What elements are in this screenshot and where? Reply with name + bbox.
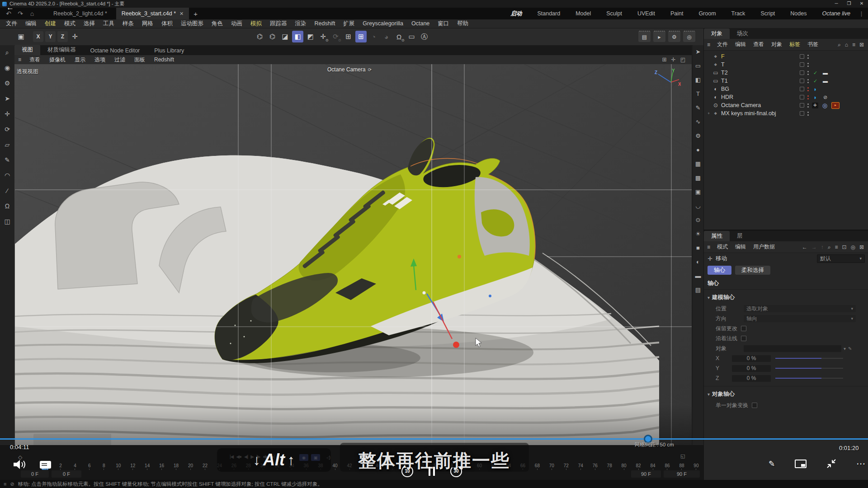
cursor-icon[interactable]: ➤	[693, 47, 703, 56]
more-icon[interactable]: ⋯	[856, 458, 865, 469]
snap-icon[interactable]: ⊞	[355, 31, 367, 42]
text-icon[interactable]: T	[693, 89, 703, 98]
scale-tool-icon[interactable]: ▱	[2, 140, 12, 149]
save-icon[interactable]: ▣	[15, 31, 27, 42]
end-frame-field-2[interactable]: 90 F	[664, 470, 700, 478]
comp-tag-icon[interactable]: ◗	[812, 86, 819, 93]
timeline-expand-icon[interactable]: ◱	[680, 453, 685, 459]
chevron-down-icon[interactable]: ▾	[844, 346, 846, 351]
visibility-dots[interactable]	[807, 71, 809, 72]
object-row[interactable]: +⌖MX keys mini-final.obj	[704, 109, 868, 117]
target-tag-icon[interactable]: ◎	[821, 102, 828, 109]
sky-icon[interactable]: ◐	[693, 258, 703, 266]
workplane-icon[interactable]: ⊞	[343, 31, 354, 42]
axis-lock-button[interactable]: Y	[45, 31, 56, 42]
cloth-icon[interactable]: ▦	[693, 160, 703, 168]
visibility-dots[interactable]	[807, 87, 809, 89]
texture-mode-icon[interactable]: ◩	[305, 31, 316, 42]
object-row[interactable]: ◐BG◗	[704, 85, 868, 93]
attribute-manager-tab[interactable]: 层	[730, 231, 750, 241]
gear-icon[interactable]: ⚙	[693, 131, 703, 140]
object-manager-tab[interactable]: 对象	[704, 28, 730, 39]
picker-icon[interactable]: ✎	[848, 346, 852, 351]
percent-slider[interactable]	[775, 378, 843, 379]
speaker-icon[interactable]	[13, 459, 26, 470]
object-row[interactable]: ⌖T	[704, 61, 868, 69]
check-tag-icon[interactable]: ✓	[812, 78, 819, 84]
layout-menu-item[interactable]: Sculpt	[606, 10, 622, 17]
object-row[interactable]: ▭T2✓▬	[704, 69, 868, 77]
magnet-icon[interactable]: Ω ⚙	[393, 31, 405, 42]
single-transform-checkbox[interactable]	[752, 403, 757, 408]
viewport-menu-item[interactable]: 显示	[70, 55, 90, 64]
sphere-icon[interactable]: ●	[693, 145, 703, 154]
light-icon[interactable]: ☀	[693, 230, 703, 238]
add-tab-button[interactable]: +	[189, 10, 202, 18]
filter-icon[interactable]: ≡	[835, 244, 838, 250]
visibility-dots[interactable]	[807, 55, 809, 56]
pen-icon[interactable]: ✎	[693, 103, 703, 112]
start-frame-field-2[interactable]: 0 F	[52, 470, 81, 478]
layout-menu-item[interactable]: UVEdit	[637, 10, 655, 17]
video-progress-bar[interactable]	[0, 438, 868, 440]
menu-item[interactable]: 选择	[80, 19, 99, 28]
lock-icon[interactable]: ⊡	[842, 244, 846, 250]
viewport-axis-icon[interactable]: ✛	[671, 56, 676, 63]
render-settings-icon[interactable]: ◪	[279, 31, 291, 42]
workplane-box-icon[interactable]: ▭	[406, 31, 417, 42]
viewport-menu-item[interactable]: 面板	[130, 55, 150, 64]
render-play-film-icon[interactable]: ▸	[653, 31, 665, 42]
menu-item[interactable]: 样条	[118, 19, 138, 28]
activecam-tag-icon[interactable]: ▸	[831, 102, 840, 109]
magnet-tool-icon[interactable]: Ω	[2, 202, 12, 211]
menu-item[interactable]: 角色	[208, 19, 227, 28]
interactive-render-icon[interactable]: ◎	[683, 31, 695, 42]
check-tag-icon[interactable]: ✓	[812, 70, 819, 76]
percent-slider[interactable]	[775, 358, 843, 359]
layout-menu-item[interactable]: 启动	[510, 10, 522, 18]
keep-changes-checkbox[interactable]	[741, 326, 746, 331]
burger-icon[interactable]: ≡	[14, 56, 25, 63]
home-icon[interactable]: ⌂	[26, 10, 38, 17]
subtitle-toggle-icon[interactable]	[40, 461, 51, 469]
object-manager-menu-item[interactable]: 对象	[768, 41, 786, 48]
deformer-icon[interactable]: ◡	[693, 202, 703, 210]
menu-item[interactable]: 网格	[138, 19, 157, 28]
dock-tab[interactable]: Plus Library	[147, 46, 191, 55]
viewport-menu-item[interactable]: 摄像机	[45, 55, 70, 64]
redo-icon[interactable]: ↷	[14, 10, 26, 17]
layout-menu-item[interactable]: Model	[576, 10, 591, 17]
model-mode-icon[interactable]: ◧	[292, 31, 303, 42]
floor-icon[interactable]: ▬	[693, 272, 703, 280]
pause-button[interactable]	[429, 467, 435, 476]
menu-item[interactable]: Greyscalegorilla	[359, 19, 407, 28]
percent-input[interactable]: 0 %	[732, 365, 771, 372]
attribute-menu-item[interactable]: 用户数据	[750, 243, 778, 251]
menu-item[interactable]: 帮助	[453, 19, 472, 28]
layout-menu-item[interactable]: Script	[760, 10, 775, 17]
move-tool-icon[interactable]: ✛	[2, 109, 12, 118]
object-manager-menu-item[interactable]: 文件	[713, 41, 731, 48]
home-icon[interactable]: ⌂	[845, 42, 848, 48]
object-manager-tab[interactable]: 场次	[730, 28, 755, 39]
quantize-icon[interactable]: ◔	[368, 31, 379, 42]
burger-icon[interactable]: ≡	[704, 244, 713, 250]
shrink-icon[interactable]	[826, 459, 836, 469]
modeling-axis-group[interactable]: ▾建模轴心	[704, 290, 868, 304]
popout-icon[interactable]: ⊠	[859, 42, 864, 48]
end-frame-field[interactable]: 90 F	[631, 470, 661, 478]
brush-tool-icon[interactable]: ◠	[2, 171, 12, 180]
viewport-3d[interactable]: 透视视图 Octane Camera ⟳ Z Y X	[14, 64, 692, 445]
pen-tool-icon[interactable]: ✎	[2, 155, 12, 164]
close-tab-icon[interactable]: ✕	[179, 11, 184, 17]
dock-tab[interactable]: Octane Node Editor	[83, 46, 147, 55]
camera-label[interactable]: Octane Camera ⟳	[327, 66, 372, 73]
menu-item[interactable]: 动画	[227, 19, 246, 28]
layout-more-icon[interactable]: ⋮	[855, 10, 868, 17]
forward-icon[interactable]: →	[811, 244, 817, 250]
object-row[interactable]: ▭T1✓▬	[704, 77, 868, 85]
filter-icon[interactable]: ≡	[852, 42, 855, 48]
layout-menu-item[interactable]: Groom	[698, 10, 716, 17]
popout-icon[interactable]: ⊠	[859, 244, 864, 250]
spline-icon[interactable]: ∿	[693, 117, 703, 126]
